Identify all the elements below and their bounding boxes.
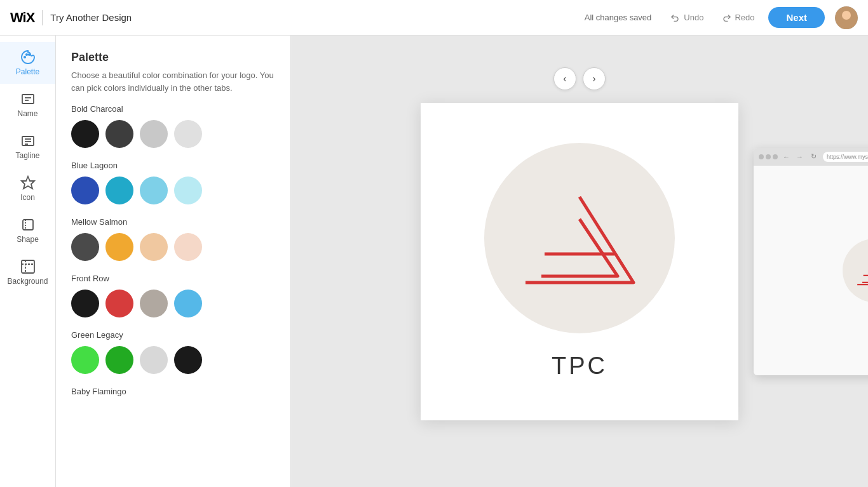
avatar[interactable] (835, 6, 858, 29)
palette-colors-4 (71, 346, 275, 374)
palette-group-5: Baby Flamingo (71, 387, 275, 403)
logo-text: TPC (552, 352, 607, 380)
color-dot-0-3[interactable] (174, 120, 202, 148)
browser-logo-preview (843, 239, 868, 302)
wix-logo: WiX (10, 10, 34, 26)
palette-group-name-1: Blue Lagoon (71, 161, 275, 170)
color-dot-1-1[interactable] (105, 177, 133, 204)
sidebar-icon-label: Icon (20, 193, 35, 202)
svg-point-4 (25, 54, 27, 55)
palette-title: Palette (71, 51, 275, 64)
color-dot-1-0[interactable] (71, 177, 99, 204)
header-status: All changes saved (585, 13, 652, 22)
sidebar-background-label: Background (7, 277, 48, 286)
palette-group-1: Blue Lagoon (71, 161, 275, 204)
nav-arrows: ‹ › (553, 67, 606, 90)
color-dot-3-3[interactable] (174, 290, 202, 317)
logo-card: TPC (421, 103, 738, 420)
prev-arrow[interactable]: ‹ (553, 67, 576, 90)
sidebar-item-palette[interactable]: Palette (0, 42, 55, 84)
palette-colors-3 (71, 290, 275, 317)
palette-group-3: Front Row (71, 274, 275, 317)
color-dot-3-0[interactable] (71, 290, 99, 317)
sidebar-palette-label: Palette (16, 67, 39, 76)
color-dot-3-2[interactable] (140, 290, 168, 317)
palette-group-4: Green Legacy (71, 330, 275, 374)
next-arrow[interactable]: › (583, 67, 606, 90)
logo-icon (510, 178, 649, 298)
canvas-area: ‹ › TPC (291, 36, 868, 487)
color-dot-4-0[interactable] (71, 346, 99, 374)
palette-description: Choose a beautiful color combination for… (71, 69, 275, 94)
svg-point-5 (28, 54, 29, 55)
browser-preview: ← → ↻ https://www.mysite.co (754, 148, 868, 375)
palette-group-name-2: Mellow Salmon (71, 217, 275, 227)
palette-scroll[interactable]: Bold CharcoalBlue LagoonMellow SalmonFro… (56, 104, 290, 487)
palette-panel: Palette Choose a beautiful color combina… (56, 36, 291, 487)
color-dot-4-2[interactable] (140, 346, 168, 374)
palette-group-name-3: Front Row (71, 274, 275, 283)
sidebar-item-icon[interactable]: Icon (0, 168, 55, 210)
palette-colors-1 (71, 177, 275, 204)
color-dot-3-1[interactable] (105, 290, 133, 317)
header-divider (42, 10, 43, 25)
browser-content (754, 166, 868, 375)
sidebar-name-label: Name (17, 109, 37, 118)
undo-label: Undo (684, 13, 703, 22)
browser-bar: ← → ↻ https://www.mysite.co (754, 148, 868, 166)
color-dot-1-2[interactable] (140, 177, 168, 204)
color-dot-2-2[interactable] (140, 233, 168, 261)
svg-point-1 (842, 11, 851, 20)
color-dot-2-1[interactable] (105, 233, 133, 261)
svg-marker-13 (22, 177, 34, 189)
palette-group-name-4: Green Legacy (71, 330, 275, 340)
palette-colors-0 (71, 120, 275, 148)
color-dot-0-2[interactable] (140, 120, 168, 148)
color-dot-2-0[interactable] (71, 233, 99, 261)
header-actions: Undo Redo Next (667, 6, 858, 29)
browser-url: https://www.mysite.co (823, 152, 868, 162)
icon-sidebar: Palette Name Tagline Icon (0, 36, 56, 487)
undo-button[interactable]: Undo (667, 10, 707, 25)
palette-group-2: Mellow Salmon (71, 217, 275, 261)
app-header: WiX Try Another Design All changes saved… (0, 0, 868, 36)
sidebar-item-background[interactable]: Background (0, 251, 55, 293)
color-dot-1-3[interactable] (174, 177, 202, 204)
redo-button[interactable]: Redo (717, 10, 758, 25)
color-dot-4-3[interactable] (174, 346, 202, 374)
svg-rect-6 (22, 95, 34, 103)
palette-panel-header: Palette Choose a beautiful color combina… (56, 36, 290, 104)
palette-colors-2 (71, 233, 275, 261)
svg-rect-14 (23, 220, 33, 230)
sidebar-tagline-label: Tagline (15, 151, 39, 160)
palette-group-name-5: Baby Flamingo (71, 387, 275, 396)
color-dot-2-3[interactable] (174, 233, 202, 261)
palette-group-0: Bold Charcoal (71, 104, 275, 148)
header-title: Try Another Design (50, 12, 584, 23)
svg-rect-16 (22, 260, 34, 273)
main-layout: Palette Name Tagline Icon (0, 36, 868, 487)
color-dot-0-1[interactable] (105, 120, 133, 148)
color-dot-0-0[interactable] (71, 120, 99, 148)
sidebar-item-tagline[interactable]: Tagline (0, 126, 55, 168)
browser-dots (759, 154, 778, 159)
sidebar-shape-label: Shape (17, 235, 39, 244)
next-button[interactable]: Next (768, 7, 825, 28)
sidebar-item-shape[interactable]: Shape (0, 210, 55, 251)
color-dot-4-1[interactable] (105, 346, 133, 374)
sidebar-item-name[interactable]: Name (0, 84, 55, 126)
svg-point-3 (24, 57, 25, 58)
palette-group-name-0: Bold Charcoal (71, 104, 275, 114)
logo-circle (484, 143, 675, 333)
redo-label: Redo (735, 13, 754, 22)
